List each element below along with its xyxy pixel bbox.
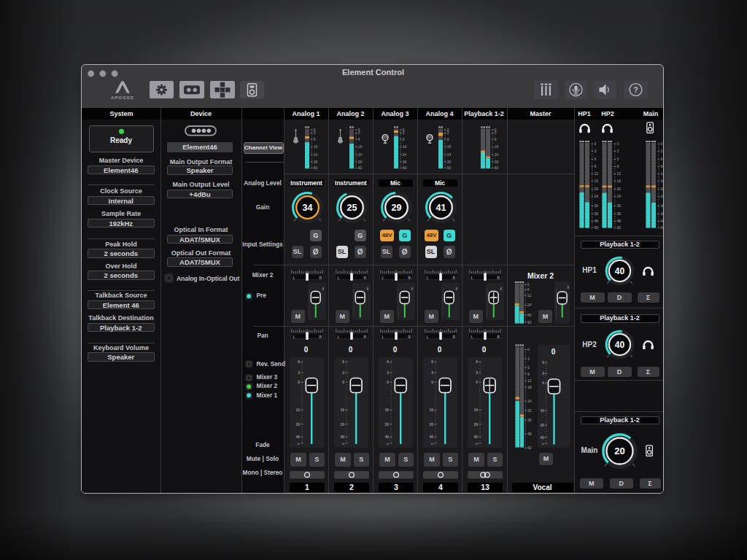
svg-text:20: 20: [295, 421, 300, 426]
svg-text:40: 40: [540, 435, 544, 440]
svg-text:20: 20: [473, 421, 478, 426]
svg-text:36: 36: [447, 160, 452, 164]
svg-text:R: R: [408, 334, 411, 338]
svg-text:16: 16: [403, 145, 407, 149]
svg-text:9: 9: [594, 164, 596, 168]
svg-text:L: L: [337, 275, 339, 279]
svg-text:3: 3: [298, 370, 300, 375]
svg-text:16: 16: [617, 179, 622, 183]
svg-text:L: L: [293, 275, 295, 279]
svg-text:0: 0: [617, 141, 619, 146]
svg-text:12: 12: [594, 171, 598, 176]
svg-text:6: 6: [387, 359, 389, 364]
svg-text:6: 6: [476, 359, 478, 364]
svg-text:60: 60: [617, 225, 622, 230]
svg-text:0: 0: [298, 380, 300, 384]
svg-text:∞: ∞: [341, 440, 344, 445]
svg-text:40: 40: [615, 265, 625, 276]
svg-text:60: 60: [495, 166, 499, 170]
svg-text:R: R: [319, 275, 322, 279]
svg-text:24: 24: [495, 153, 499, 157]
svg-text:10: 10: [473, 408, 478, 412]
svg-text:20: 20: [614, 446, 624, 456]
svg-text:34: 34: [302, 203, 312, 213]
svg-text:6: 6: [542, 360, 544, 365]
svg-text:24: 24: [447, 153, 452, 157]
svg-text:6: 6: [527, 365, 530, 370]
svg-text:L: L: [426, 275, 428, 279]
svg-text:36: 36: [495, 160, 499, 164]
svg-text:0: 0: [527, 282, 530, 287]
svg-text:60: 60: [314, 166, 318, 170]
svg-text:∞: ∞: [386, 440, 389, 445]
svg-text:3: 3: [447, 131, 449, 135]
svg-text:9: 9: [617, 164, 619, 168]
svg-text:?: ?: [633, 85, 638, 94]
svg-text:25: 25: [347, 203, 357, 213]
svg-text:18: 18: [527, 385, 532, 389]
svg-text:10: 10: [340, 408, 344, 412]
svg-text:20: 20: [340, 421, 344, 426]
svg-text:0: 0: [542, 381, 544, 385]
svg-text:0: 0: [476, 380, 478, 384]
svg-text:L: L: [382, 334, 384, 338]
svg-text:3: 3: [403, 131, 405, 135]
svg-text:41: 41: [436, 203, 446, 213]
svg-text:30: 30: [527, 408, 532, 413]
svg-text:12: 12: [527, 378, 532, 383]
svg-text:6: 6: [298, 359, 300, 364]
svg-text:36: 36: [314, 160, 318, 164]
svg-text:16: 16: [495, 145, 499, 149]
svg-text:30: 30: [660, 203, 664, 208]
svg-text:6: 6: [367, 287, 369, 291]
svg-text:L: L: [471, 275, 473, 279]
svg-text:9: 9: [447, 138, 449, 141]
svg-text:24: 24: [403, 153, 407, 157]
svg-text:APOGEE: APOGEE: [111, 95, 134, 100]
svg-text:3: 3: [617, 149, 619, 153]
svg-text:24: 24: [594, 194, 598, 198]
svg-text:6: 6: [660, 157, 662, 161]
svg-text:20: 20: [540, 423, 544, 427]
svg-text:40: 40: [384, 435, 389, 439]
svg-text:60: 60: [447, 166, 452, 170]
svg-text:30: 30: [617, 203, 622, 208]
svg-text:∞: ∞: [541, 441, 544, 446]
svg-text:20: 20: [660, 187, 664, 191]
svg-text:3: 3: [387, 370, 389, 375]
svg-text:10: 10: [295, 408, 300, 412]
svg-text:24: 24: [358, 153, 363, 157]
svg-text:0: 0: [387, 380, 389, 384]
svg-text:6: 6: [322, 287, 325, 291]
svg-text:29: 29: [391, 203, 401, 213]
svg-text:60: 60: [527, 446, 532, 450]
svg-text:60: 60: [527, 320, 532, 324]
svg-text:24: 24: [617, 194, 622, 198]
svg-text:∞: ∞: [475, 440, 478, 445]
svg-text:24: 24: [527, 399, 532, 403]
svg-text:36: 36: [660, 211, 664, 216]
svg-text:10: 10: [384, 408, 389, 412]
svg-text:16: 16: [314, 145, 318, 149]
svg-text:L: L: [471, 334, 473, 338]
svg-text:40: 40: [340, 435, 344, 439]
svg-text:12: 12: [660, 171, 664, 176]
svg-text:3: 3: [358, 131, 360, 135]
svg-text:6: 6: [411, 287, 414, 291]
svg-text:0: 0: [342, 380, 344, 384]
svg-text:R: R: [363, 334, 366, 338]
svg-text:40: 40: [527, 313, 532, 317]
svg-text:3: 3: [476, 370, 478, 375]
svg-text:12: 12: [527, 293, 532, 298]
svg-text:3: 3: [495, 131, 497, 135]
svg-text:48: 48: [617, 219, 622, 223]
svg-text:9: 9: [527, 372, 530, 376]
svg-text:3: 3: [342, 370, 344, 375]
svg-text:40: 40: [473, 435, 478, 439]
svg-text:16: 16: [358, 145, 363, 149]
svg-text:24: 24: [660, 194, 664, 198]
svg-text:0: 0: [431, 380, 433, 384]
svg-text:3: 3: [542, 371, 544, 376]
svg-text:10: 10: [540, 408, 544, 413]
svg-text:L: L: [293, 334, 295, 338]
